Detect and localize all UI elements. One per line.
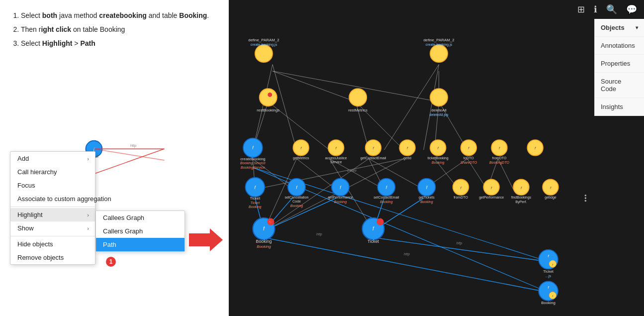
node-extra-row3: f getIdge [543,179,558,200]
step3-highlight: Highlight [42,39,73,47]
svg-text:setCancellation: setCancellation [284,196,308,199]
svg-text:http: http [404,252,410,256]
chevron-down-icon: ▾ [636,25,638,30]
instruction-step3: Select Highlight > Path [21,38,219,50]
menu-item-callees-graph[interactable]: Callees Graph [96,211,184,224]
menu-item-hide-objects[interactable]: Hide objects [10,237,95,251]
side-panel-source-code-label: Source Code [601,78,638,93]
svg-text:f: f [552,263,553,266]
svg-text:🔴: 🔴 [269,220,273,224]
side-panel-annotations[interactable]: Annotations [595,37,644,55]
svg-text:Booking: Booking [420,200,433,204]
svg-text:Booking: Booking [380,200,392,204]
svg-point-155 [585,200,587,202]
left-panel: Select both java method createbooking an… [0,0,229,316]
side-panel-source-code[interactable]: Source Code [595,73,644,98]
svg-text:BookingService: BookingService [241,166,265,170]
menu-item-show[interactable]: Show › [10,221,95,235]
svg-text:fromDTO: fromDTO [492,156,507,160]
side-panel-objects[interactable]: Objects ▾ [595,19,644,37]
svg-text:ticketBooking: ticketBooking [428,156,449,160]
step1-both: both [42,11,57,19]
svg-text:define_PARAM_2: define_PARAM_2 [423,38,454,42]
svg-marker-7 [189,228,223,251]
menu-item-callees-graph-label: Callees Graph [103,214,144,221]
arrow-right-indicator [189,227,224,252]
context-menu-secondary[interactable]: Callees Graph Callers Graph Path [95,211,185,252]
svg-text:create-booking.js: create-booking.js [251,43,277,47]
info-icon[interactable]: ℹ [594,4,597,15]
step2-rightclick: ight click [41,25,71,33]
menu-item-remove-objects-label: Remove objects [17,254,64,261]
svg-text:http: http [316,232,322,236]
svg-text:fromDTO: fromDTO [454,196,468,199]
svg-text:getContactEmail: getContactEmail [361,156,386,160]
side-panel-properties[interactable]: Properties [595,55,644,73]
side-panel: Objects ▾ Annotations Properties Source … [594,19,644,116]
svg-text:Ticket: Ticket [368,239,379,244]
svg-text:define_PARAM_2: define_PARAM_2 [248,38,279,42]
svg-text:getPerformance: getPerformance [479,196,504,200]
svg-point-51 [255,45,273,62]
svg-text:Ticket: Ticket [250,201,260,205]
chat-icon[interactable]: 💬 [626,4,637,15]
svg-point-57 [260,89,277,106]
instruction-step2: Then right click on table Booking [21,24,219,36]
svg-text:getMetrics: getMetrics [293,156,309,160]
instruction-step1: Select both java method createbooking an… [21,10,219,22]
search-icon[interactable]: 🔍 [606,4,617,15]
side-panel-insights-label: Insights [601,103,623,110]
grid-icon[interactable]: ⊞ [577,4,585,15]
node-get-tickets: f getTickets Booking [418,179,435,204]
svg-text:createBooking: createBooking [240,157,266,161]
node-delete-all: deleteAll deleteAll.jsp [430,89,449,117]
svg-point-62 [430,89,448,106]
svg-point-153 [585,195,587,197]
chevron-icon: › [87,156,89,162]
side-panel-insights[interactable]: Insights [595,98,644,116]
menu-item-focus[interactable]: Focus [10,179,95,192]
menu-area: f ticket http Add › Call hierarchy Focus… [10,59,219,189]
svg-text:restMetrics: restMetrics [348,108,368,112]
menu-item-path[interactable]: Path [96,238,184,251]
menu-separator [10,207,95,207]
svg-text:Booking: Booking [432,161,444,165]
svg-text:Ticket: Ticket [543,269,554,274]
svg-text:http: http [457,241,462,245]
svg-text:getIdge: getIdge [545,196,556,200]
side-panel-objects-label: Objects [601,24,625,31]
svg-text:f: f [552,294,553,298]
step3-path: Path [80,39,95,47]
menu-item-add-label: Add [17,155,29,162]
svg-text:Booking: Booking [290,204,303,208]
svg-point-58 [268,93,272,97]
context-menu-primary[interactable]: Add › Call hierarchy Focus Associate to … [10,151,95,265]
graph-canvas: create http http http define_PARAM_2 cre… [229,19,594,316]
svg-text:accessJustice: accessJustice [325,156,347,160]
node-rest-metrics: restMetrics [348,89,368,112]
menu-item-highlight-label: Highlight [17,211,43,218]
svg-text:Booking: Booking [257,244,271,249]
toolbar: ⊞ ℹ 🔍 💬 [229,0,644,19]
svg-text:Booking: Booking [249,205,261,209]
menu-item-callers-graph[interactable]: Callers Graph [96,224,184,238]
svg-text:getTickets: getTickets [419,196,435,200]
svg-text:Ticket: Ticket [250,196,261,201]
menu-item-remove-objects[interactable]: Remove objects [10,251,95,264]
menu-item-add[interactable]: Add › [10,152,95,165]
menu-item-call-hierarchy-label: Call hierarchy [17,168,57,176]
svg-line-4 [94,149,165,174]
side-panel-properties-label: Properties [601,60,630,67]
menu-item-show-label: Show [17,224,34,232]
menu-item-associate[interactable]: Associate to custom aggregation [10,192,95,206]
menu-item-focus-label: Focus [17,182,35,189]
menu-item-highlight[interactable]: Highlight › [10,208,95,221]
menu-separator-2 [10,236,95,236]
svg-text:ByPerf.: ByPerf. [515,200,527,204]
svg-text:setContactEmail: setContactEmail [373,196,399,199]
svg-text:Booking: Booking [334,200,347,204]
menu-item-call-hierarchy[interactable]: Call hierarchy [10,165,95,179]
svg-line-5 [94,149,165,161]
badge-value: 1 [109,258,113,265]
svg-text:toDTO: toDTO [463,156,474,160]
